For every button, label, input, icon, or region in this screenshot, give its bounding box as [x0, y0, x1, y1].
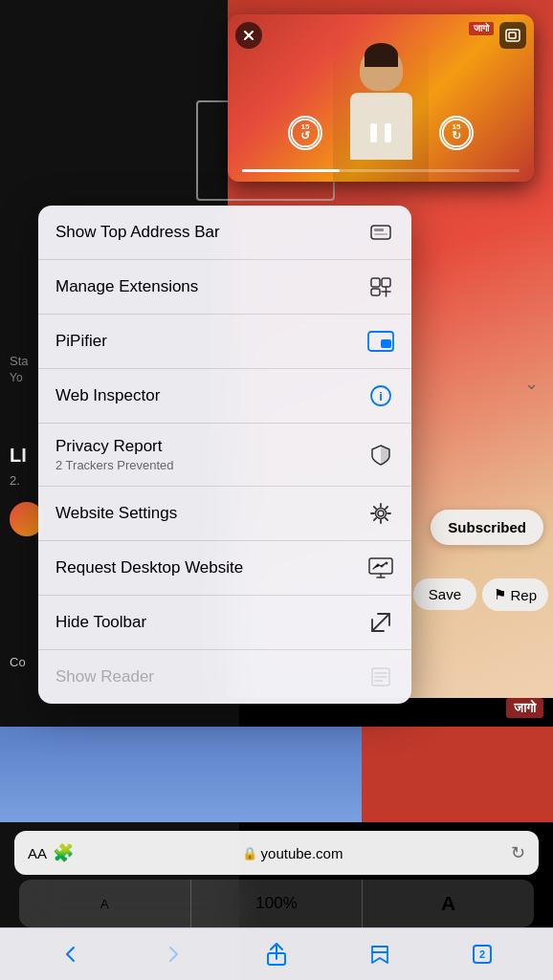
- address-bar[interactable]: AA 🧩 🔒 youtube.com ↻: [14, 831, 539, 875]
- menu-item-subtitle: 2 Trackers Prevented: [55, 458, 174, 472]
- menu-item-title: Show Reader: [55, 667, 154, 686]
- co-text: Co: [10, 655, 26, 669]
- shield-icon: [367, 442, 394, 468]
- chevron-down-icon[interactable]: ⌄: [524, 373, 539, 394]
- yo-text: Yo: [10, 371, 23, 384]
- svg-rect-14: [374, 233, 387, 235]
- font-large-section[interactable]: A: [363, 880, 534, 927]
- bg-bottom-right: [362, 727, 553, 822]
- extensions-icon: [367, 273, 394, 300]
- menu-item-web-inspector[interactable]: Web Inspector i: [38, 369, 411, 424]
- svg-line-26: [372, 614, 389, 631]
- tabs-button[interactable]: 2: [461, 933, 503, 975]
- menu-item-title: Website Settings: [55, 504, 177, 523]
- menu-item-left: Request Desktop Website: [55, 558, 243, 577]
- reload-button[interactable]: ↻: [511, 842, 525, 863]
- info-circle-icon: i: [367, 382, 394, 409]
- font-size-section[interactable]: 100%: [190, 880, 364, 927]
- extensions-puzzle-icon[interactable]: 🧩: [53, 842, 74, 863]
- person-head: [360, 48, 403, 91]
- menu-item-title: Manage Extensions: [55, 277, 198, 296]
- svg-rect-17: [382, 278, 390, 287]
- svg-rect-7: [370, 123, 377, 142]
- pip-jago-label: जागो: [469, 22, 494, 35]
- menu-item-left: Privacy Report 2 Trackers Prevented: [55, 437, 174, 472]
- bookmarks-button[interactable]: [359, 933, 401, 975]
- desktop-icon: [367, 555, 394, 581]
- jago-label: जागो: [506, 698, 543, 718]
- svg-text:2: 2: [479, 948, 485, 960]
- menu-item-show-reader[interactable]: Show Reader: [38, 650, 411, 704]
- pip-icon: [367, 328, 394, 355]
- font-small-label: A: [100, 897, 109, 911]
- menu-item-left: Web Inspector: [55, 386, 160, 405]
- url-text: youtube.com: [261, 845, 343, 861]
- pip-window: जागो 15 ↺: [228, 14, 534, 182]
- svg-rect-3: [509, 33, 516, 38]
- menu-item-hide-toolbar[interactable]: Hide Toolbar: [38, 596, 411, 650]
- menu-item-title: Web Inspector: [55, 386, 160, 405]
- report-button[interactable]: ⚑ Rep: [482, 578, 548, 611]
- sta-text: Sta: [10, 354, 29, 368]
- font-small-section[interactable]: A: [19, 880, 190, 927]
- menu-item-title: PiPifier: [55, 332, 107, 351]
- menu-item-pipifier[interactable]: PiPifier: [38, 315, 411, 369]
- font-size-value: 100%: [255, 894, 297, 913]
- share-button[interactable]: [255, 933, 298, 975]
- menu-item-left: PiPifier: [55, 332, 107, 351]
- menu-item-show-top-address-bar[interactable]: Show Top Address Bar: [38, 206, 411, 260]
- menu-item-request-desktop-website[interactable]: Request Desktop Website: [38, 541, 411, 596]
- subscribed-button[interactable]: Subscribed: [431, 510, 543, 545]
- font-large-label: A: [441, 892, 455, 915]
- pip-progress-fill: [242, 169, 340, 172]
- menu-item-left: Show Reader: [55, 667, 154, 686]
- pip-play-pause-button[interactable]: [361, 113, 401, 153]
- svg-rect-19: [381, 339, 391, 348]
- aa-label: AA: [28, 845, 47, 861]
- pip-close-button[interactable]: [235, 22, 262, 49]
- menu-item-manage-extensions[interactable]: Manage Extensions: [38, 260, 411, 315]
- flag-icon: ⚑: [494, 586, 506, 603]
- save-button[interactable]: Save: [413, 578, 476, 610]
- pip-person: [333, 29, 429, 182]
- menu-item-title: Hide Toolbar: [55, 613, 146, 632]
- two-dot-text: 2.: [10, 473, 20, 488]
- menu-item-left: Hide Toolbar: [55, 613, 146, 632]
- menu-item-left: Show Top Address Bar: [55, 223, 220, 242]
- address-bar-url[interactable]: 🔒 youtube.com: [83, 845, 501, 861]
- pip-forward-button[interactable]: 15 ↻: [439, 116, 474, 150]
- svg-rect-13: [374, 229, 384, 231]
- menu-item-website-settings[interactable]: Website Settings: [38, 487, 411, 541]
- arrows-icon: [367, 609, 394, 636]
- menu-item-title: Show Top Address Bar: [55, 223, 220, 242]
- bg-blue-band: [0, 727, 390, 822]
- lock-icon: 🔒: [242, 846, 257, 860]
- svg-text:↺: ↺: [300, 129, 310, 142]
- menu-item-title: Request Desktop Website: [55, 558, 243, 577]
- menu-item-left: Website Settings: [55, 504, 177, 523]
- address-bar-icon: [367, 219, 394, 246]
- reader-icon: [367, 664, 394, 690]
- svg-point-25: [386, 562, 388, 565]
- back-button[interactable]: [50, 933, 92, 975]
- svg-point-23: [376, 509, 387, 519]
- svg-rect-8: [385, 123, 391, 142]
- font-size-bar: A 100% A: [19, 880, 534, 927]
- svg-text:i: i: [379, 389, 383, 403]
- context-menu: Show Top Address Bar Manage Extensions: [38, 206, 411, 704]
- forward-button[interactable]: [152, 933, 194, 975]
- pip-rewind-button[interactable]: 15 ↺: [288, 116, 322, 150]
- svg-point-22: [378, 511, 384, 516]
- menu-item-left: Manage Extensions: [55, 277, 198, 296]
- pip-expand-button[interactable]: [499, 22, 526, 49]
- gear-icon: [367, 500, 394, 527]
- svg-rect-15: [371, 278, 380, 287]
- pip-progress-bar[interactable]: [242, 169, 520, 172]
- person-hair: [365, 43, 398, 67]
- address-bar-aa[interactable]: AA 🧩: [28, 842, 74, 863]
- menu-item-privacy-report[interactable]: Privacy Report 2 Trackers Prevented: [38, 424, 411, 487]
- li-text: LI: [10, 445, 27, 467]
- svg-rect-12: [371, 226, 390, 239]
- svg-rect-16: [371, 289, 380, 295]
- nav-bar: 2: [0, 927, 553, 980]
